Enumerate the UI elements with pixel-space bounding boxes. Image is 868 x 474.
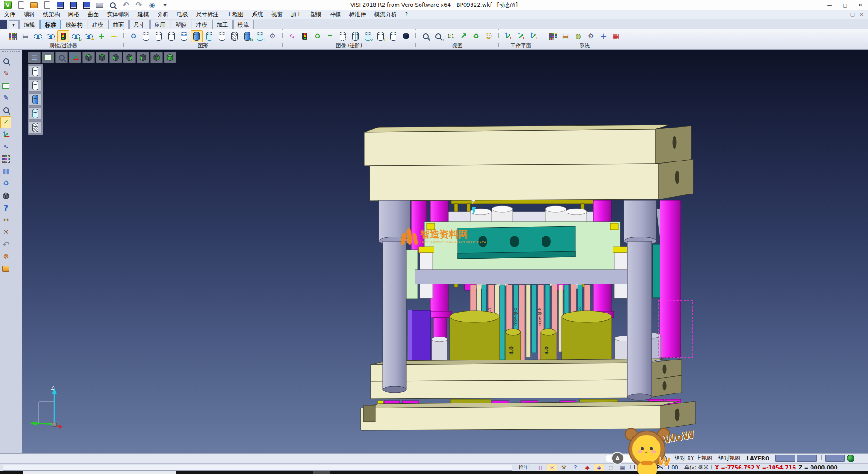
hidden-line-mode[interactable] [153,30,165,42]
edit-spline[interactable]: ∿ [0,141,11,153]
tab-加工[interactable]: 加工 [212,20,233,29]
redo[interactable]: ↷ [133,0,145,11]
view-front[interactable] [137,52,149,63]
menu-item-建模[interactable]: 建模 [134,10,153,19]
view-top[interactable] [82,52,95,63]
wire-solid[interactable] [387,30,399,42]
zoom-in[interactable]: + [420,30,431,42]
tab-冲模[interactable]: 冲模 [192,20,212,29]
import-document[interactable] [41,0,53,11]
menu-item-塑模[interactable]: 塑模 [306,10,326,19]
add-to-view[interactable]: + [95,30,107,42]
striped-cylinder[interactable] [349,30,361,42]
menu-item-分析[interactable]: 分析 [153,10,173,19]
translucent-mode[interactable] [203,30,215,42]
command-input-field[interactable] [3,465,512,471]
section-cylinder[interactable] [337,30,349,42]
tab-模流[interactable]: 模流 [233,20,254,29]
window-settings[interactable]: ⚙ [585,30,597,42]
menu-item-系统[interactable]: 系统 [248,10,267,19]
view-bottom[interactable] [96,52,108,63]
regen-solids[interactable]: ↻ [241,30,253,42]
toggle-visibility[interactable]: ± [83,30,94,42]
show-entities[interactable]: + [32,30,44,42]
solid-shadow-cube[interactable] [400,30,412,42]
build-tool[interactable]: ⚒ [559,464,569,472]
menu-item-编辑[interactable]: 编辑 [19,10,39,19]
keyboard-grid[interactable]: ▦ [610,30,622,42]
copy-properties[interactable]: ▤ [19,30,31,42]
doc-restore-button[interactable]: ❏ [850,12,855,18]
shaded-mode[interactable] [191,30,203,42]
solid-preview-cube[interactable] [0,190,11,202]
color-palette[interactable] [547,30,559,42]
viewport-menu[interactable]: ☰ [28,52,41,63]
shade-hatched[interactable] [29,121,42,134]
advanced-filter-traffic-light[interactable] [299,30,311,42]
view-mode-label[interactable]: 绝对视图 [718,455,740,462]
zoom-extents[interactable]: ↗ [458,30,469,42]
visi-logo[interactable]: V [2,0,14,11]
menu-item-文件[interactable]: 文件 [0,10,19,19]
tab-标准[interactable]: 标准 [40,20,61,29]
shade-solid[interactable] [29,93,42,106]
menu-item-工程图[interactable]: 工程图 [223,10,248,19]
zoom-view[interactable] [55,52,68,63]
refresh-visibility[interactable]: ↻ [70,30,82,42]
account-badge[interactable]: A [611,452,624,465]
tab-线架构[interactable]: 线架构 [61,20,87,29]
restore-button[interactable]: ▢ [837,0,853,10]
3d-viewport[interactable]: mov-fjf-7 mov-fjf-5 mov-fjf-8 mov-fjf-10 [22,50,868,453]
doc-close-button[interactable]: ✕ [859,12,863,18]
select-zoom[interactable] [0,55,11,67]
workplane-align[interactable] [528,30,539,42]
package-tool[interactable]: ◆ [582,464,592,472]
tab-编辑[interactable]: 编辑 [19,20,40,29]
workplane-set[interactable] [515,30,527,42]
view-back[interactable] [150,52,163,63]
remove-from-view[interactable]: − [108,30,120,42]
tab-塑膜[interactable]: 塑膜 [171,20,191,29]
menu-item-视窗[interactable]: 视窗 [267,10,287,19]
layer-indicator[interactable]: LAYER0 [746,455,769,462]
view-left[interactable] [109,52,122,63]
select-window[interactable] [0,80,11,92]
undo[interactable]: ↶ [120,0,132,11]
shaded-wire-mode[interactable] [178,30,190,42]
lamp-tool[interactable]: ○ [606,464,616,472]
search-icon[interactable] [659,454,668,463]
zoom-1-1[interactable]: 1:1 [445,30,457,42]
save-as-document[interactable] [67,0,79,11]
image-export[interactable]: ▤ [560,30,571,42]
tab-dropdown-button[interactable]: ▼ [9,20,19,29]
system-options-globe[interactable]: ◍ [572,30,584,42]
sketch-curve[interactable]: ✎ [0,92,11,104]
zoom-dynamic[interactable]: + [0,104,11,116]
shade-translucent[interactable] [29,107,42,120]
close-button[interactable]: ✕ [853,0,868,10]
erase-entities[interactable]: ✎ [0,67,11,80]
minimize-button[interactable]: — [822,0,837,10]
menu-item-电极[interactable]: 电极 [173,10,192,19]
view-lock-label[interactable]: 绝对 XY 上视图 [675,455,712,462]
menu-item-尺寸标注[interactable]: 尺寸标注 [192,10,223,19]
menu-item-标准件[interactable]: 标准件 [345,10,370,19]
magic-wand-tool[interactable]: ✶ [547,464,557,472]
tab-曲面[interactable]: 曲面 [108,20,129,29]
menu-item-线架构[interactable]: 线架构 [39,10,64,19]
doc-minimize-button[interactable]: – [843,12,846,18]
add-solid-display[interactable]: + [254,30,266,42]
display-properties[interactable] [7,30,19,42]
move-ucs[interactable] [0,128,11,141]
grid-window-tool[interactable]: ▦ [618,464,627,472]
print-preview[interactable] [107,0,118,11]
validate-solid[interactable]: ✓ [362,30,374,42]
ghost-mode[interactable] [216,30,228,42]
pane-window[interactable]: ▦ [0,165,11,177]
sidebar-grip[interactable] [2,51,20,54]
quick-access-more[interactable]: ▾ [159,0,171,11]
dynamic-section[interactable]: ∿ [286,30,298,42]
context-help[interactable]: ? [0,202,11,214]
open-document[interactable] [28,0,40,11]
zoom-window[interactable]: ▫ [432,30,444,42]
